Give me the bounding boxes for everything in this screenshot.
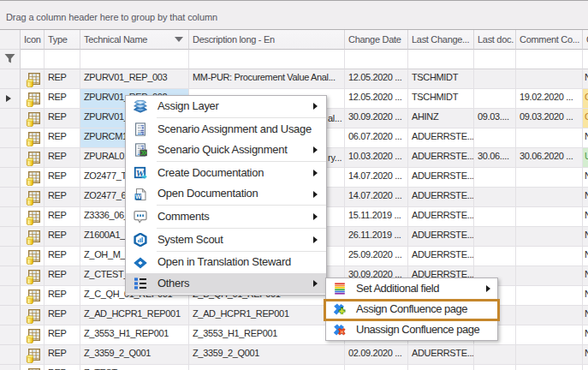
svg-text:W: W — [135, 194, 141, 200]
